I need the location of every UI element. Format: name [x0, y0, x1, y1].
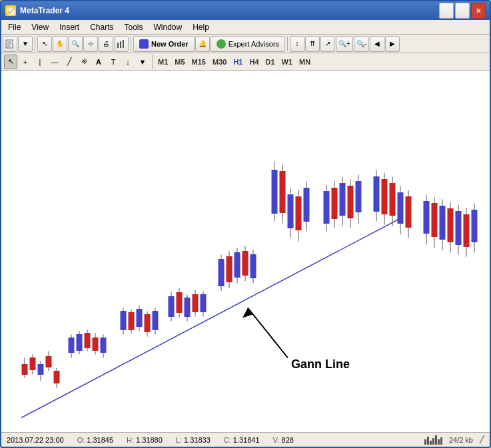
- app-icon: 📈: [5, 5, 16, 16]
- trade-btn1[interactable]: ↕: [290, 36, 304, 52]
- scroll-left-button[interactable]: ◀: [370, 36, 384, 52]
- svg-rect-21: [54, 371, 59, 383]
- chart-svg: Gann Line: [1, 71, 490, 432]
- separator-2: [131, 37, 131, 51]
- svg-rect-35: [129, 313, 134, 330]
- svg-rect-37: [137, 310, 142, 327]
- tf-m15[interactable]: M15: [189, 55, 209, 69]
- menu-bar: File View Insert Charts Tools Window Hel…: [1, 20, 490, 35]
- menu-tools[interactable]: Tools: [119, 20, 149, 34]
- svg-text:Gann Line: Gann Line: [291, 357, 350, 371]
- scroll-right-button[interactable]: ▶: [385, 36, 400, 52]
- svg-rect-4: [117, 43, 119, 48]
- zoom-button[interactable]: 🔍: [68, 36, 83, 52]
- vertical-line-tool[interactable]: |: [33, 55, 47, 69]
- svg-rect-33: [121, 312, 126, 330]
- svg-rect-5: [120, 41, 121, 48]
- svg-rect-93: [424, 202, 429, 234]
- status-bar: 2013.07.22 23:00 O: 1.31845 H: 1.31880 L…: [1, 432, 490, 447]
- tf-m1[interactable]: M1: [155, 55, 171, 69]
- trade-btn3[interactable]: ↗: [320, 36, 335, 52]
- text-box-tool[interactable]: T: [107, 55, 120, 69]
- trade-btn2[interactable]: ⇈: [305, 36, 320, 52]
- svg-rect-81: [356, 182, 361, 212]
- menu-file[interactable]: File: [3, 20, 26, 34]
- alert-icon[interactable]: 🔔: [195, 36, 210, 52]
- chart-date: 2013.07.22 23:00: [7, 436, 64, 444]
- separator-4: [152, 55, 153, 69]
- horizontal-line-tool[interactable]: —: [48, 55, 61, 69]
- gann-tool[interactable]: ※: [77, 55, 91, 69]
- menu-window[interactable]: Window: [149, 20, 188, 34]
- chart-icon: [117, 39, 126, 49]
- vol-bar-7: [440, 437, 442, 445]
- svg-rect-67: [288, 195, 293, 228]
- tf-mn[interactable]: MN: [296, 55, 313, 69]
- svg-rect-75: [332, 188, 337, 219]
- crosshair-button[interactable]: ⊹: [83, 36, 98, 52]
- chart-btn[interactable]: [114, 36, 129, 52]
- scroll-indicator: ╱: [480, 435, 484, 444]
- separator-3: [287, 37, 288, 51]
- new-chart-button[interactable]: [3, 36, 17, 52]
- print-button[interactable]: 🖨: [99, 36, 113, 52]
- svg-rect-27: [85, 334, 90, 348]
- vol-bar-6: [438, 439, 440, 445]
- svg-rect-77: [340, 184, 345, 216]
- expert-advisors-button[interactable]: Expert Advisors: [211, 36, 285, 52]
- volume: V: 828: [273, 436, 294, 444]
- trendline-tool[interactable]: ╱: [63, 55, 76, 69]
- title-bar-left: 📈 MetaTrader 4: [5, 5, 69, 16]
- menu-view[interactable]: View: [26, 20, 54, 34]
- svg-rect-55: [227, 257, 232, 282]
- svg-rect-31: [101, 338, 106, 353]
- low-price: L: 1.31833: [176, 436, 211, 444]
- tf-m30[interactable]: M30: [210, 55, 229, 69]
- open-price: O: 1.31845: [77, 436, 113, 444]
- new-order-button[interactable]: New Order: [133, 36, 195, 52]
- vol-bar-4: [432, 438, 434, 445]
- zoom-out-button[interactable]: 🔍-: [354, 36, 369, 52]
- tf-h4[interactable]: H4: [246, 55, 261, 69]
- arrow-button[interactable]: ↖: [37, 36, 52, 52]
- vol-bar-2: [427, 437, 429, 445]
- tf-h1[interactable]: H1: [231, 55, 245, 69]
- svg-rect-103: [464, 215, 469, 247]
- svg-rect-6: [123, 40, 124, 48]
- menu-insert[interactable]: Insert: [54, 20, 85, 34]
- close-label: C:: [224, 436, 231, 444]
- tf-w1[interactable]: W1: [279, 55, 296, 69]
- tf-m5[interactable]: M5: [172, 55, 187, 69]
- dropdown-button[interactable]: ▼: [18, 36, 33, 52]
- file-size: 24/2 kb: [449, 436, 473, 444]
- tf-d1[interactable]: D1: [263, 55, 278, 69]
- hand-button[interactable]: ✋: [53, 36, 67, 52]
- high-label: H:: [127, 436, 134, 444]
- toolbar-main: ▼ ↖ ✋ 🔍 ⊹ 🖨 New Order 🔔 Expert Advisors …: [1, 35, 490, 53]
- high-value: 1.31880: [136, 436, 163, 444]
- window-title: MetaTrader 4: [20, 6, 69, 15]
- low-label: L:: [176, 436, 182, 444]
- menu-charts[interactable]: Charts: [85, 20, 119, 34]
- svg-rect-49: [193, 295, 198, 312]
- close-button[interactable]: ✕: [471, 3, 486, 19]
- maximize-button[interactable]: □: [455, 3, 470, 19]
- open-value: 1.31845: [87, 436, 113, 444]
- toolbar-drawing: ↖ + | — ╱ ※ A T ↓ ▼ M1 M5 M15 M30 H1 H4 …: [1, 53, 490, 71]
- zoom-in-button[interactable]: 🔍+: [336, 36, 353, 52]
- text-tool[interactable]: A: [92, 55, 105, 69]
- crosshair-tool[interactable]: +: [19, 55, 32, 69]
- volume-value: 828: [282, 436, 294, 444]
- chart-area[interactable]: Gann Line: [1, 71, 490, 432]
- svg-rect-85: [382, 180, 387, 214]
- vol-bar-5: [435, 435, 437, 445]
- menu-help[interactable]: Help: [187, 20, 215, 34]
- dropdown2[interactable]: ▼: [136, 55, 149, 69]
- cursor-tool[interactable]: ↖: [4, 55, 17, 69]
- svg-rect-97: [440, 206, 445, 240]
- svg-rect-15: [30, 358, 35, 370]
- minimize-button[interactable]: ─: [439, 3, 454, 19]
- arrow-tool[interactable]: ↓: [121, 55, 135, 69]
- high-price: H: 1.31880: [127, 436, 163, 444]
- chart-container[interactable]: Gann Line: [1, 71, 490, 432]
